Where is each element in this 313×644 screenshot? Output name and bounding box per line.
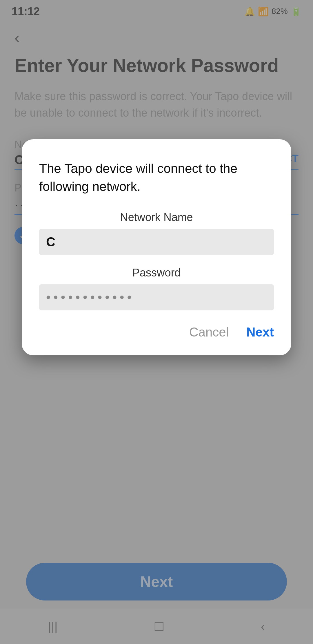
dialog-cancel-button[interactable]: Cancel — [189, 325, 229, 339]
dialog-network-name-label: Network Name — [39, 211, 274, 224]
confirmation-dialog: The Tapo device will connect to the foll… — [22, 139, 291, 355]
dialog-network-name-value: C — [39, 229, 274, 255]
dialog-next-button[interactable]: Next — [246, 325, 274, 339]
dialog-buttons: Cancel Next — [39, 325, 274, 339]
dialog-message: The Tapo device will connect to the foll… — [39, 160, 274, 195]
dialog-password-value: •••••••••••• — [39, 284, 274, 310]
dialog-password-label: Password — [39, 267, 274, 279]
